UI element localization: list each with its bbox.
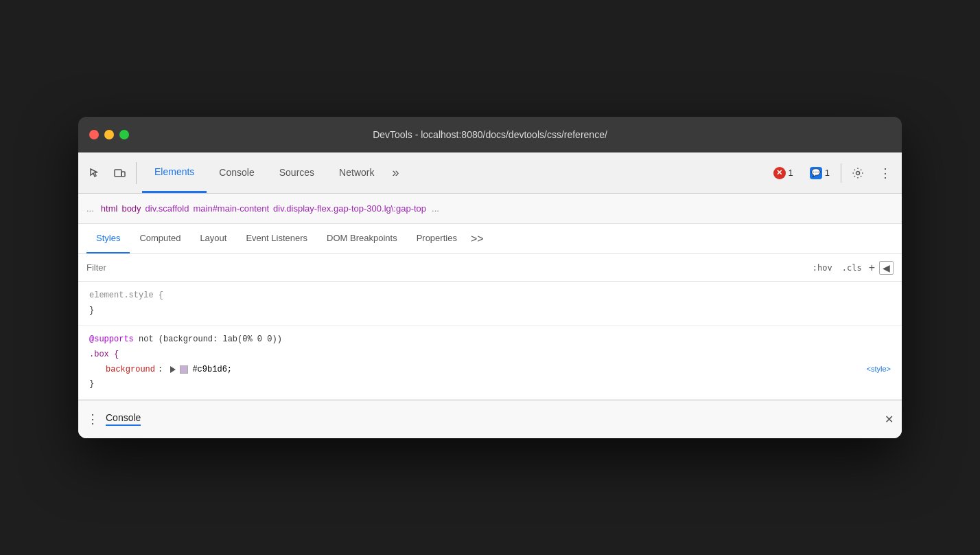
toggle-sidebar-icon[interactable]: ◀ <box>879 261 894 275</box>
css-block-close: } <box>89 377 94 392</box>
subtab-layout[interactable]: Layout <box>190 224 236 253</box>
device-toggle-icon[interactable] <box>108 162 130 184</box>
subtab-dom-breakpoints[interactable]: DOM Breakpoints <box>317 224 407 253</box>
window-title: DevTools - localhost:8080/docs/devtools/… <box>373 129 607 140</box>
message-icon: 💬 <box>810 167 822 179</box>
tab-console[interactable]: Console <box>207 152 266 193</box>
css-styles-panel: element.style { } @supports not (backgro… <box>78 282 902 400</box>
breadcrumb-div-flex[interactable]: div.display-flex.gap-top-300.lg\:gap-top <box>273 203 426 214</box>
message-badge-button[interactable]: 💬 1 <box>804 164 835 182</box>
css-colon: : <box>158 363 167 378</box>
svg-point-2 <box>856 171 860 174</box>
settings-icon[interactable] <box>847 162 869 184</box>
top-tab-bar: Elements Console Sources Network » ✕ <box>78 152 902 194</box>
css-color-value: #c9b1d6; <box>192 363 232 378</box>
filter-input[interactable] <box>86 262 804 273</box>
breadcrumb-div-scaffold[interactable]: div.scaffold <box>145 203 189 214</box>
at-rule-keyword: @supports <box>89 332 134 348</box>
breadcrumb-bar: ... html body div.scaffold main#main-con… <box>78 194 902 224</box>
supports-rule: @supports not (background: lab(0% 0 0)) … <box>78 326 902 399</box>
color-expand-triangle[interactable] <box>170 366 176 373</box>
error-icon: ✕ <box>773 167 786 179</box>
maximize-button[interactable] <box>119 130 129 139</box>
devtools-body: Elements Console Sources Network » ✕ <box>78 152 902 438</box>
drawer-menu-icon[interactable]: ⋮ <box>86 411 100 427</box>
element-style-rule: element.style { } <box>78 282 902 326</box>
devtools-window: DevTools - localhost:8080/docs/devtools/… <box>78 117 902 438</box>
minimize-button[interactable] <box>104 130 114 139</box>
svg-rect-1 <box>121 172 125 177</box>
close-button[interactable] <box>89 130 99 139</box>
css-selector-text: .box { <box>89 348 119 363</box>
tab-bar-right: ✕ 1 💬 1 ⋮ <box>768 162 896 184</box>
inspect-icon[interactable] <box>84 162 106 184</box>
message-count: 1 <box>825 168 830 178</box>
breadcrumb-html[interactable]: html <box>101 203 118 214</box>
css-at-supports-line: @supports not (background: lab(0% 0 0)) <box>89 332 891 348</box>
css-property-row: background : #c9b1d6; <box>106 363 232 378</box>
subtab-properties[interactable]: Properties <box>407 224 467 253</box>
toolbar-divider <box>841 163 841 183</box>
supports-condition: not (background: lab(0% 0 0)) <box>134 332 282 348</box>
traffic-lights <box>89 130 129 139</box>
subtabs-more-icon[interactable]: >> <box>467 233 488 245</box>
css-background-line: background : #c9b1d6; <style> <box>89 363 891 378</box>
breadcrumb-main[interactable]: main#main-content <box>193 203 269 214</box>
error-count: 1 <box>789 168 793 178</box>
breadcrumb-start-dots[interactable]: ... <box>86 203 94 214</box>
css-line-selector: element.style { <box>89 288 891 304</box>
css-property-name: background <box>106 363 155 378</box>
filter-bar: :hov .cls + ◀ <box>78 254 902 282</box>
title-bar: DevTools - localhost:8080/docs/devtools/… <box>78 117 902 152</box>
drawer-close-icon[interactable]: ✕ <box>885 413 894 426</box>
css-box-selector-line: .box { <box>89 348 891 363</box>
tabs-more-icon[interactable]: » <box>386 166 404 180</box>
element-style-label: element.style { <box>89 288 163 304</box>
tab-elements[interactable]: Elements <box>142 152 207 193</box>
add-style-button[interactable]: + <box>869 262 875 274</box>
sub-tab-bar: Styles Computed Layout Event Listeners D… <box>78 224 902 254</box>
subtab-computed[interactable]: Computed <box>130 224 190 253</box>
breadcrumb-end-dots[interactable]: ... <box>432 203 439 214</box>
main-tabs: Elements Console Sources Network » <box>142 152 768 193</box>
svg-rect-0 <box>115 170 121 177</box>
tab-network[interactable]: Network <box>327 152 386 193</box>
more-menu-icon[interactable]: ⋮ <box>874 162 896 184</box>
subtab-event-listeners[interactable]: Event Listeners <box>236 224 317 253</box>
breadcrumb-body[interactable]: body <box>121 203 141 214</box>
filter-actions: :hov .cls + ◀ <box>810 261 894 275</box>
css-line-close: } <box>89 304 891 319</box>
hov-button[interactable]: :hov <box>810 262 835 274</box>
css-source-link[interactable]: <style> <box>867 363 891 376</box>
tab-sources[interactable]: Sources <box>267 152 327 193</box>
console-drawer: ⋮ Console ✕ <box>78 400 902 438</box>
toolbar-icons <box>84 162 137 184</box>
cls-button[interactable]: .cls <box>839 262 865 274</box>
color-swatch[interactable] <box>180 365 188 374</box>
css-close-line: } <box>89 377 891 392</box>
subtab-styles[interactable]: Styles <box>86 224 130 253</box>
css-close-brace: } <box>89 304 94 319</box>
error-badge-button[interactable]: ✕ 1 <box>768 164 799 182</box>
drawer-title[interactable]: Console <box>106 412 141 426</box>
